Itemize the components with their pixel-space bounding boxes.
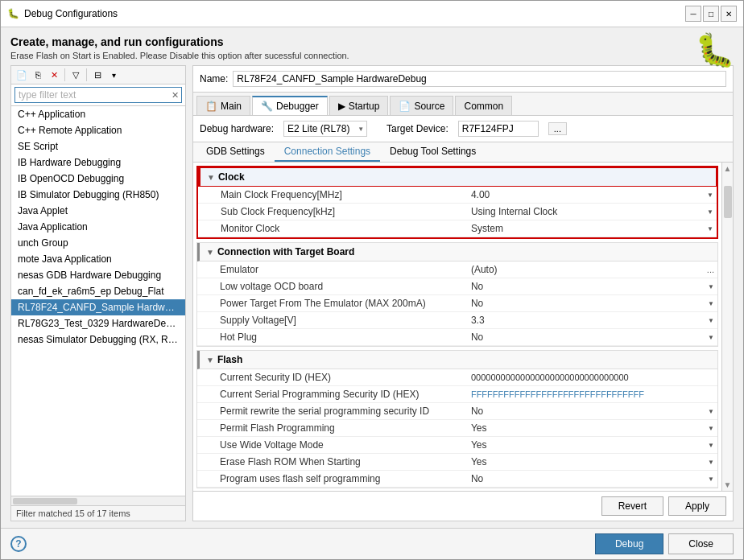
settings-row: Permit Flash Programming Yes ▼ bbox=[197, 420, 717, 437]
minimize-button[interactable]: ─ bbox=[685, 6, 701, 22]
list-scrollbar[interactable] bbox=[13, 498, 77, 504]
sub-clock-dropdown-icon[interactable]: ▼ bbox=[707, 208, 713, 216]
settings-row: Power Target From The Emulator (MAX 200m… bbox=[197, 295, 717, 312]
permit-flash-label: Permit Flash Programming bbox=[197, 420, 468, 436]
program-uses-dropdown-icon[interactable]: ▼ bbox=[708, 476, 714, 483]
erase-flash-dropdown-icon[interactable]: ▼ bbox=[708, 459, 714, 466]
serial-security-value: FFFFFFFFFFFFFFFFFFFFFFFFFFFFFFFF bbox=[468, 387, 717, 401]
monitor-clock-value: System ▼ bbox=[468, 220, 717, 237]
settings-row: Main Clock Frequency[MHz] 4.00 ▼ bbox=[198, 187, 717, 204]
sub-tabs: GDB Settings Connection Settings Debug T… bbox=[193, 142, 733, 163]
list-item[interactable]: IB Hardware Debugging bbox=[11, 154, 185, 171]
clock-section-header[interactable]: ▼ Clock bbox=[198, 167, 717, 187]
debug-button[interactable]: Debug bbox=[595, 533, 663, 554]
permit-rewrite-dropdown-icon[interactable]: ▼ bbox=[708, 408, 714, 415]
subtab-debug-tool[interactable]: Debug Tool Settings bbox=[380, 142, 486, 162]
debug-hw-select[interactable]: E2 Lite (RL78) bbox=[283, 121, 367, 137]
tab-debugger[interactable]: 🔧 Debugger bbox=[252, 96, 328, 115]
delete-config-button[interactable]: ✕ bbox=[47, 68, 61, 82]
common-tab-label: Common bbox=[464, 101, 503, 112]
subtab-connection[interactable]: Connection Settings bbox=[275, 142, 380, 162]
list-item[interactable]: nesas Simulator Debugging (RX, RL78) bbox=[11, 331, 185, 348]
settings-row: Current Serial Programming Security ID (… bbox=[197, 386, 717, 403]
list-item[interactable]: RL78G23_Test_0329 HardwareDebug bbox=[11, 315, 185, 331]
scrollbar-thumb[interactable] bbox=[724, 186, 732, 218]
main-clock-dropdown-icon[interactable]: ▼ bbox=[707, 191, 713, 199]
filter-clear-button[interactable]: ✕ bbox=[172, 90, 179, 101]
list-item[interactable]: SE Script bbox=[11, 138, 185, 154]
tab-source[interactable]: 📄 Source bbox=[390, 96, 453, 115]
hot-plug-dropdown-icon[interactable]: ▼ bbox=[708, 334, 714, 341]
low-voltage-label: Low voltage OCD board bbox=[197, 278, 468, 294]
apply-button[interactable]: Apply bbox=[668, 496, 726, 516]
tab-common[interactable]: Common bbox=[455, 96, 512, 115]
scroll-up-button[interactable]: ▲ bbox=[724, 163, 732, 173]
low-voltage-dropdown-icon[interactable]: ▼ bbox=[708, 283, 714, 290]
list-scrollbar-area bbox=[11, 496, 185, 505]
duplicate-config-button[interactable]: ⎘ bbox=[31, 68, 45, 82]
list-item[interactable]: Java Application bbox=[11, 219, 185, 235]
power-target-value: No ▼ bbox=[468, 295, 717, 311]
new-config-button[interactable]: 📄 bbox=[14, 68, 29, 82]
list-item-selected[interactable]: RL78F24_CANFD_Sample HardwareDe bbox=[11, 299, 185, 315]
title-bar: 🐛 Debug Configurations ─ □ ✕ bbox=[1, 1, 743, 27]
flash-section-header[interactable]: ▼ Flash bbox=[197, 351, 717, 369]
main-clock-label: Main Clock Frequency[MHz] bbox=[198, 187, 468, 203]
header-section: Create, manage, and run configurations E… bbox=[10, 35, 734, 60]
clock-section-label: Clock bbox=[218, 171, 245, 183]
list-item[interactable]: unch Group bbox=[11, 235, 185, 251]
settings-row: Permit rewrite the serial programming se… bbox=[197, 403, 717, 420]
list-item[interactable]: Java Applet bbox=[11, 203, 185, 219]
sub-clock-value: Using Internal Clock ▼ bbox=[468, 204, 717, 220]
list-item[interactable]: C++ Remote Application bbox=[11, 122, 185, 138]
clock-section: ▼ Clock Main Clock Frequency[MHz] 4.00 ▼ bbox=[196, 166, 718, 239]
filter-config-button[interactable]: ▽ bbox=[68, 68, 83, 82]
target-device-input[interactable] bbox=[458, 121, 539, 137]
target-device-dots-button[interactable]: ... bbox=[548, 122, 567, 135]
settings-area-wrapper: ▼ Clock Main Clock Frequency[MHz] 4.00 ▼ bbox=[193, 163, 733, 491]
help-button[interactable]: ? bbox=[10, 536, 27, 552]
list-item[interactable]: nesas GDB Hardware Debugging bbox=[11, 267, 185, 283]
toolbar-sep-1 bbox=[64, 68, 65, 81]
close-dialog-button[interactable]: Close bbox=[668, 533, 734, 554]
main-tab-icon: 📋 bbox=[205, 101, 217, 112]
settings-row: Low voltage OCD board No ▼ bbox=[197, 278, 717, 295]
right-scrollbar[interactable]: ▲ ▼ bbox=[721, 163, 733, 491]
list-item[interactable]: mote Java Application bbox=[11, 251, 185, 267]
tab-main[interactable]: 📋 Main bbox=[196, 96, 250, 115]
permit-flash-value: Yes ▼ bbox=[468, 420, 717, 436]
emulator-label: Emulator bbox=[197, 261, 468, 278]
monitor-clock-label: Monitor Clock bbox=[198, 220, 468, 237]
wide-voltage-dropdown-icon[interactable]: ▼ bbox=[708, 442, 714, 449]
maximize-button[interactable]: □ bbox=[703, 6, 719, 22]
debug-hw-select-wrapper: E2 Lite (RL78) bbox=[283, 121, 367, 137]
monitor-clock-dropdown-icon[interactable]: ▼ bbox=[707, 225, 713, 233]
current-security-label: Current Security ID (HEX) bbox=[197, 369, 468, 385]
debugger-tab-icon: 🔧 bbox=[261, 101, 273, 112]
source-tab-icon: 📄 bbox=[399, 101, 411, 112]
permit-flash-dropdown-icon[interactable]: ▼ bbox=[708, 425, 714, 432]
wide-voltage-value: Yes ▼ bbox=[468, 437, 717, 453]
list-item[interactable]: can_fd_ek_ra6m5_ep Debug_Flat bbox=[11, 283, 185, 299]
emulator-dots-button[interactable]: ... bbox=[707, 265, 714, 274]
list-item[interactable]: IB OpenOCD Debugging bbox=[11, 171, 185, 187]
supply-voltage-dropdown-icon[interactable]: ▼ bbox=[708, 317, 714, 324]
main-clock-value: 4.00 ▼ bbox=[468, 187, 717, 203]
filter-box: ✕ bbox=[11, 84, 185, 106]
close-button[interactable]: ✕ bbox=[721, 6, 737, 22]
tab-startup[interactable]: ▶ Startup bbox=[329, 96, 389, 115]
list-item[interactable]: IB Simulator Debugging (RH850) bbox=[11, 187, 185, 203]
name-input[interactable] bbox=[233, 71, 726, 87]
connection-section-header[interactable]: ▼ Connection with Target Board bbox=[197, 243, 717, 261]
collapse-config-button[interactable]: ⊟ bbox=[90, 68, 105, 82]
menu-dropdown-button[interactable]: ▾ bbox=[106, 68, 121, 82]
erase-flash-label: Erase Flash ROM When Starting bbox=[197, 454, 468, 470]
erase-flash-value: Yes ▼ bbox=[468, 454, 717, 470]
filter-input[interactable] bbox=[14, 87, 182, 103]
power-target-dropdown-icon[interactable]: ▼ bbox=[708, 300, 714, 307]
revert-button[interactable]: Revert bbox=[601, 496, 663, 516]
settings-row: Erase Flash ROM When Starting Yes ▼ bbox=[197, 454, 717, 471]
subtab-gdb[interactable]: GDB Settings bbox=[196, 142, 275, 162]
list-item[interactable]: C++ Application bbox=[11, 106, 185, 122]
scroll-down-button[interactable]: ▼ bbox=[724, 480, 732, 491]
